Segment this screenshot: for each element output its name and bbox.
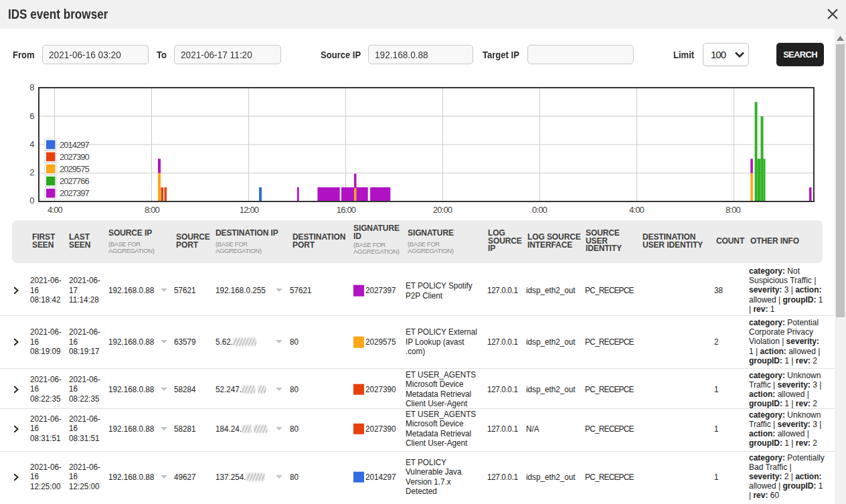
svg-text:0:00: 0:00 (532, 205, 547, 215)
svg-text:12:00: 12:00 (240, 205, 259, 215)
svg-text:4:00: 4:00 (629, 205, 645, 215)
svg-text:8: 8 (29, 82, 34, 92)
svg-text:0: 0 (29, 195, 34, 205)
svg-text:20:00: 20:00 (433, 205, 452, 215)
svg-text:2027397: 2027397 (60, 188, 89, 198)
svg-text:2027390: 2027390 (60, 152, 89, 162)
svg-text:2029575: 2029575 (60, 164, 89, 174)
svg-text:8:00: 8:00 (726, 205, 741, 215)
svg-text:16:00: 16:00 (337, 205, 356, 215)
svg-text:4:00: 4:00 (48, 205, 63, 215)
svg-text:2014297: 2014297 (60, 140, 89, 150)
svg-text:2027766: 2027766 (60, 176, 89, 186)
svg-text:4: 4 (29, 139, 34, 149)
svg-text:2: 2 (29, 167, 34, 177)
svg-text:8:00: 8:00 (145, 205, 160, 215)
svg-text:6: 6 (29, 111, 34, 121)
